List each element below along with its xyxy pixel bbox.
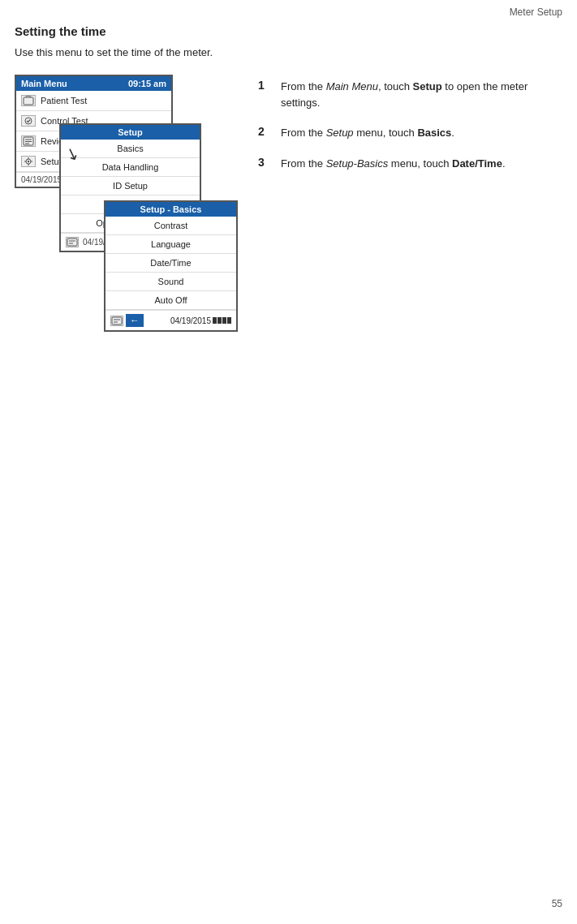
setup-item-basics[interactable]: Basics — [61, 140, 200, 158]
screen-setup-basics: Setup - Basics Contrast Language Date/Ti… — [104, 200, 238, 332]
step-num-3: 3 — [258, 156, 273, 169]
setup-item-id-setup[interactable]: ID Setup — [61, 177, 200, 196]
svg-rect-15 — [112, 317, 122, 324]
control-test-icon — [21, 115, 36, 127]
instruction-1: 1 From the Main Menu, touch Setup to ope… — [258, 79, 562, 110]
main-menu-item-patient[interactable]: Patient Test — [16, 91, 171, 111]
basics-item-datetime[interactable]: Date/Time — [105, 254, 236, 273]
main-menu-time: 09:15 am — [128, 79, 166, 88]
meter-stack: Main Menu 09:15 am Patient Test — [15, 75, 234, 423]
main-content: Setting the time Use this menu to set th… — [15, 24, 562, 423]
main-menu-title: Main Menu — [21, 79, 67, 88]
page-header-text: Meter Setup — [510, 6, 562, 18]
instructions: 1 From the Main Menu, touch Setup to ope… — [258, 75, 562, 186]
basics-item-auto-off[interactable]: Auto Off — [105, 291, 236, 310]
patient-test-label: Patient Test — [41, 96, 87, 105]
device-screenshots: Main Menu 09:15 am Patient Test — [15, 75, 234, 423]
basics-footer: ← 04/19/2015 — [105, 310, 236, 330]
setup-icon — [21, 156, 36, 167]
section-title: Setting the time — [15, 24, 562, 38]
step-text-2: From the Setup menu, touch Basics. — [281, 125, 454, 141]
setup-footer-icon — [66, 237, 79, 247]
step-text-3: From the Setup-Basics menu, touch Date/T… — [281, 156, 506, 172]
back-button[interactable]: ← — [126, 314, 144, 327]
page-number: 55 — [552, 898, 562, 909]
section-intro: Use this menu to set the time of the met… — [15, 46, 562, 58]
patient-test-icon — [21, 95, 36, 106]
review-results-icon — [21, 135, 36, 147]
basics-footer-date: 04/19/2015 — [170, 316, 211, 325]
step-num-2: 2 — [258, 125, 273, 138]
two-column-layout: Main Menu 09:15 am Patient Test — [15, 75, 562, 423]
setup-header: Setup — [61, 125, 200, 140]
instruction-3: 3 From the Setup-Basics menu, touch Date… — [258, 156, 562, 172]
step-text-1: From the Main Menu, touch Setup to open … — [281, 79, 562, 110]
page-footer: 55 — [552, 898, 562, 909]
svg-rect-0 — [24, 97, 33, 105]
basics-item-sound[interactable]: Sound — [105, 273, 236, 291]
setup-item-data-handling[interactable]: Data Handling — [61, 158, 200, 177]
basics-item-language[interactable]: Language — [105, 235, 236, 254]
instruction-2: 2 From the Setup menu, touch Basics. — [258, 125, 562, 141]
basics-footer-icon — [110, 316, 123, 326]
main-menu-date: 04/19/2015 — [21, 175, 62, 184]
basics-header: Setup - Basics — [105, 202, 236, 217]
main-menu-header: Main Menu 09:15 am — [16, 76, 171, 91]
svg-rect-12 — [67, 239, 77, 246]
page-header: Meter Setup — [510, 6, 562, 18]
back-arrow-icon: ← — [130, 315, 140, 326]
svg-point-7 — [28, 161, 29, 162]
battery-icon — [213, 317, 231, 324]
basics-item-contrast[interactable]: Contrast — [105, 217, 236, 235]
step-num-1: 1 — [258, 79, 273, 92]
